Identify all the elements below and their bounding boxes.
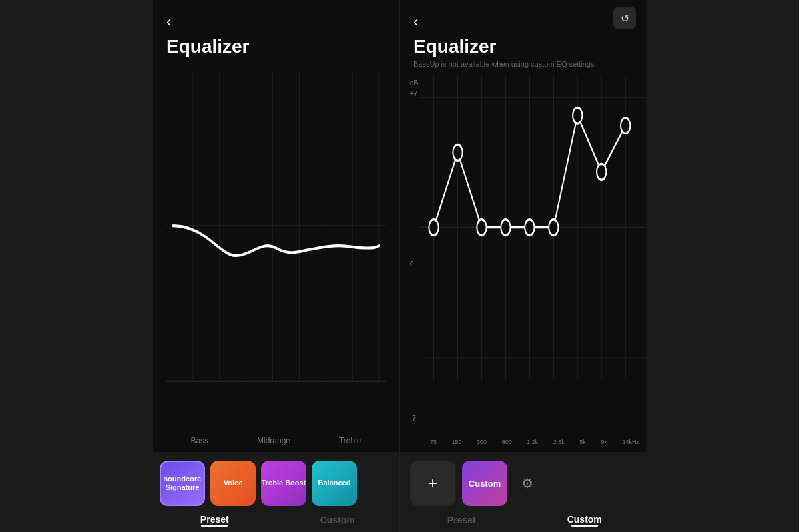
- freq-5k: 5k: [579, 439, 586, 445]
- svg-point-30: [597, 164, 606, 180]
- custom-preset-tile[interactable]: Custom: [462, 461, 507, 506]
- reset-button[interactable]: ↺: [613, 7, 636, 29]
- left-tab-preset[interactable]: Preset: [153, 514, 276, 527]
- add-preset-button[interactable]: +: [410, 461, 455, 506]
- db-zero-label: 0: [410, 260, 414, 267]
- preset-tile-treble[interactable]: Treble Boost: [261, 461, 306, 506]
- band-label-bass: Bass: [190, 436, 208, 445]
- svg-point-24: [453, 144, 462, 160]
- db-neg-label: -7: [410, 415, 416, 422]
- freq-9k: 9k: [601, 439, 607, 445]
- balanced-label: Balanced: [318, 479, 351, 487]
- svg-point-26: [501, 220, 510, 236]
- db-label: dB +7: [410, 78, 418, 99]
- freq-2k5: 2.5k: [553, 439, 565, 445]
- right-preset-tiles: + Custom ⚙: [400, 452, 646, 508]
- right-header: ‹ Equalizer BassUp is not available when…: [400, 0, 646, 75]
- right-tab-bar: + Custom ⚙ Preset Custom: [400, 452, 646, 532]
- right-eq-svg: [420, 75, 646, 414]
- right-eq-area: dB +7 0 -7: [400, 75, 646, 452]
- left-panel: ‹ Equalizer Ba: [153, 0, 400, 532]
- left-tab-indicator: [201, 525, 228, 527]
- svg-point-28: [549, 220, 558, 236]
- svg-point-29: [573, 107, 582, 123]
- preset-tile-voice[interactable]: Voice: [210, 461, 256, 506]
- left-header: ‹ Equalizer: [153, 0, 399, 64]
- right-tab-indicator: [571, 525, 598, 527]
- freq-300: 300: [477, 439, 487, 445]
- band-label-midrange: Midrange: [257, 436, 290, 445]
- right-tab-preset[interactable]: Preset: [400, 515, 523, 525]
- svg-point-25: [477, 220, 486, 236]
- freq-14k: 14kHz: [622, 439, 639, 445]
- svg-point-23: [429, 220, 438, 236]
- voice-label: Voice: [224, 479, 243, 487]
- right-panel: ‹ Equalizer BassUp is not available when…: [400, 0, 646, 532]
- right-back-button[interactable]: ‹: [413, 13, 418, 31]
- left-tab-custom[interactable]: Custom: [276, 515, 400, 525]
- preset-tiles: soundcore Signature Voice Treble Boost B…: [153, 452, 399, 508]
- right-panel-title: Equalizer: [413, 36, 633, 57]
- preset-tile-balanced[interactable]: Balanced: [312, 461, 357, 506]
- svg-point-31: [621, 118, 630, 134]
- left-tab-labels: Preset Custom: [153, 508, 399, 532]
- left-panel-title: Equalizer: [166, 36, 386, 57]
- settings-button[interactable]: ⚙: [514, 470, 541, 497]
- left-back-button[interactable]: ‹: [166, 13, 171, 31]
- freq-150: 150: [452, 439, 462, 445]
- freq-1k2: 1.2k: [527, 439, 538, 445]
- left-eq-area: Bass Midrange Treble: [153, 64, 399, 452]
- right-tab-labels: Preset Custom: [400, 508, 646, 532]
- band-label-treble: Treble: [339, 436, 362, 445]
- db-unit: dB +7: [410, 78, 418, 99]
- treble-label: Treble Boost: [262, 479, 306, 487]
- svg-point-27: [525, 220, 534, 236]
- left-tab-bar: soundcore Signature Voice Treble Boost B…: [153, 452, 399, 532]
- preset-tile-soundcore[interactable]: soundcore Signature: [160, 461, 205, 506]
- soundcore-label: soundcore Signature: [161, 475, 204, 492]
- app-container: ‹ Equalizer Ba: [153, 0, 646, 532]
- freq-labels: 75 150 300 600 1.2k 2.5k 5k 9k 14kHz: [430, 439, 639, 445]
- left-eq-svg: [166, 71, 386, 425]
- freq-600: 600: [502, 439, 512, 445]
- right-panel-subtitle: BassUp is not available when using custo…: [413, 60, 633, 68]
- freq-75: 75: [430, 439, 437, 445]
- right-tab-custom[interactable]: Custom: [523, 514, 647, 527]
- band-labels: Bass Midrange Treble: [166, 436, 386, 445]
